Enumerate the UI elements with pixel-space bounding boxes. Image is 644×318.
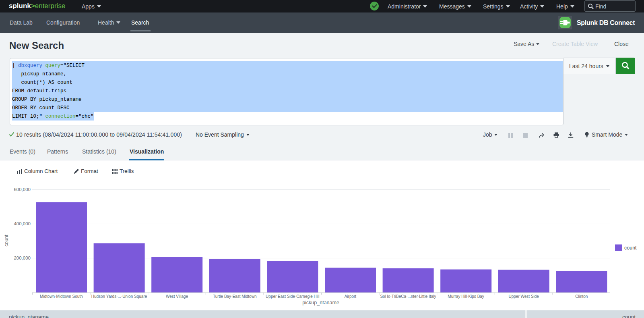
svg-text:Airport: Airport xyxy=(345,294,357,299)
svg-text:600,000: 600,000 xyxy=(14,187,31,192)
svg-text:Clinton: Clinton xyxy=(575,294,588,299)
svg-text:400,000: 400,000 xyxy=(14,221,31,226)
svg-text:SoHo-TriBeCa-...nter-Little It: SoHo-TriBeCa-...nter-Little Italy xyxy=(380,294,436,299)
svg-text:Hudson Yards-...-Union Square: Hudson Yards-...-Union Square xyxy=(91,294,147,299)
svg-text:Upper East Side-Carnegie Hill: Upper East Side-Carnegie Hill xyxy=(266,294,319,299)
svg-text:Turtle Bay-East Midtown: Turtle Bay-East Midtown xyxy=(213,294,257,299)
svg-text:count: count xyxy=(624,245,637,251)
svg-text:pickup_ntaname: pickup_ntaname xyxy=(302,300,339,306)
svg-text:Upper West Side: Upper West Side xyxy=(508,294,539,299)
svg-text:Midtown-Midtown South: Midtown-Midtown South xyxy=(40,294,83,299)
svg-text:Murray Hill-Kips Bay: Murray Hill-Kips Bay xyxy=(448,294,484,299)
svg-text:West Village: West Village xyxy=(166,294,188,299)
svg-text:200,000: 200,000 xyxy=(14,256,31,260)
svg-text:count: count xyxy=(4,235,9,247)
